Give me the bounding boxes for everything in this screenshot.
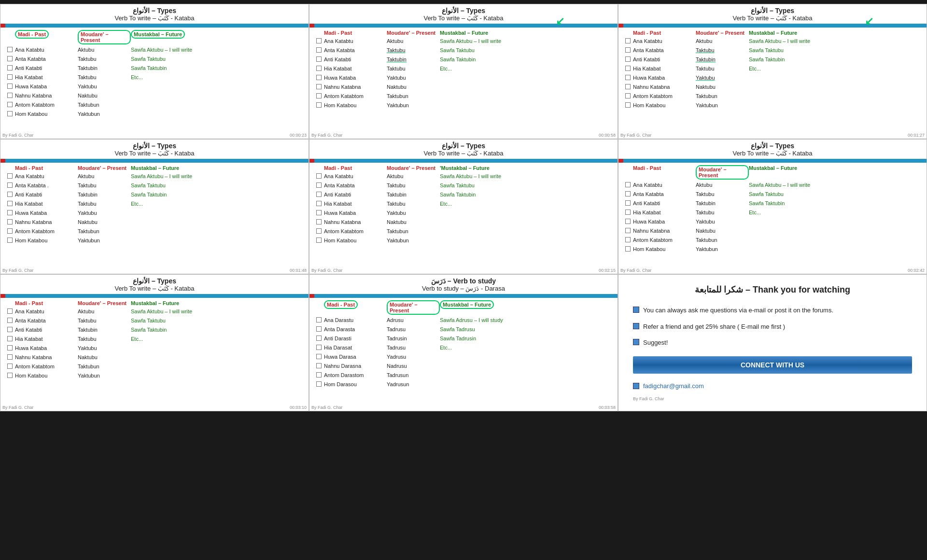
row-checkbox[interactable] — [316, 84, 322, 89]
row-checkbox[interactable] — [316, 219, 322, 224]
thank-you-title: شكرا للمتابعة – Thank you for watching — [633, 284, 912, 299]
row-checkbox[interactable] — [316, 381, 322, 387]
row-checkbox[interactable] — [7, 364, 13, 369]
row-checkbox[interactable] — [316, 201, 322, 206]
row-checkbox[interactable] — [625, 191, 631, 196]
row-checkbox[interactable] — [7, 201, 13, 206]
panel-title-p8: دَرَسَ – Verb to study — [311, 277, 616, 285]
row-checkbox[interactable] — [7, 336, 13, 341]
row-checkbox[interactable] — [316, 372, 322, 378]
row-checkbox[interactable] — [7, 238, 13, 243]
row-checkbox[interactable] — [7, 182, 13, 188]
row-checkbox[interactable] — [7, 192, 13, 197]
panel-footer: By Fadi G. Char — [311, 405, 343, 410]
row-checkbox[interactable] — [316, 75, 322, 80]
table-row: Ana KatabtuAktubuSawfa Aktubu – I will w… — [7, 45, 307, 54]
row-checkbox[interactable] — [316, 182, 322, 188]
panel-p1: الأنواع – TypesVerb To write – كَتَبَ - … — [0, 4, 309, 139]
panel-p8: دَرَسَ – Verb to studyVerb to study – دَ… — [309, 274, 618, 411]
cell-5-1: Naktubu — [78, 219, 131, 225]
row-checkbox[interactable] — [316, 326, 322, 332]
row-checkbox[interactable] — [7, 228, 13, 234]
table-row: Anta KatabtaTaktubuSawfa Taktubu — [316, 181, 616, 190]
row-checkbox[interactable] — [625, 237, 631, 242]
row-checkbox[interactable] — [7, 210, 13, 215]
row-checkbox[interactable] — [316, 336, 322, 341]
cell-2-2: Sawfa Taktubin — [131, 65, 307, 71]
row-checkbox[interactable] — [7, 93, 13, 98]
row-checkbox[interactable] — [7, 308, 13, 314]
connect-with-us-button[interactable]: CONNECT WITH US — [633, 356, 912, 374]
cell-1-1: Tadrusu — [387, 326, 440, 332]
col-header-0: Madi - Past — [15, 30, 78, 44]
row-checkbox[interactable] — [625, 182, 631, 187]
row-checkbox[interactable] — [625, 219, 631, 224]
row-checkbox[interactable] — [316, 354, 322, 359]
row-checkbox[interactable] — [316, 210, 322, 215]
row-checkbox[interactable] — [316, 317, 322, 322]
cell-5-1: Naktubu — [78, 354, 131, 360]
cell-5-0: Nahnu Darasna — [324, 363, 387, 369]
row-checkbox[interactable] — [316, 192, 322, 197]
email-checkbox[interactable] — [633, 383, 639, 389]
table-row: Antom KatabtomTaktubun — [625, 235, 925, 244]
row-checkbox[interactable] — [7, 84, 13, 89]
row-checkbox[interactable] — [316, 363, 322, 368]
cell-0-1: Aktubu — [78, 308, 131, 314]
row-checkbox[interactable] — [316, 47, 322, 53]
row-checkbox[interactable] — [316, 228, 322, 234]
panel-timestamp: 00:01:48 — [290, 268, 307, 273]
row-checkbox[interactable] — [625, 38, 631, 43]
item-checkbox[interactable] — [633, 339, 639, 345]
row-checkbox[interactable] — [625, 102, 631, 108]
cell-0-0: Ana Katabtu — [633, 38, 696, 44]
row-checkbox[interactable] — [625, 93, 631, 98]
cell-3-1: Taktubu — [387, 66, 440, 71]
row-checkbox[interactable] — [625, 84, 631, 89]
table-row: Anta Katabta .TaktubuSawfa Taktubu — [7, 181, 307, 190]
row-checkbox[interactable] — [316, 93, 322, 98]
row-checkbox[interactable] — [625, 56, 631, 62]
cell-5-1: Nadrusu — [387, 363, 440, 369]
table-row: Hom KatabouYaktubun — [316, 236, 616, 245]
item-checkbox[interactable] — [633, 307, 639, 313]
cell-1-2: Sawfa Taktubu — [440, 47, 616, 53]
row-checkbox[interactable] — [7, 373, 13, 378]
row-checkbox[interactable] — [7, 56, 13, 61]
file-info-bar — [0, 0, 927, 4]
row-checkbox[interactable] — [316, 173, 322, 179]
item-checkbox[interactable] — [633, 323, 639, 329]
cell-2-0: Anti Katabti — [324, 192, 387, 197]
row-checkbox[interactable] — [316, 345, 322, 350]
row-checkbox[interactable] — [625, 75, 631, 80]
main-grid: الأنواع – TypesVerb To write – كَتَبَ - … — [0, 4, 927, 411]
row-checkbox[interactable] — [7, 74, 13, 80]
row-checkbox[interactable] — [625, 246, 631, 252]
row-checkbox[interactable] — [625, 210, 631, 215]
row-checkbox[interactable] — [7, 219, 13, 224]
row-checkbox[interactable] — [625, 66, 631, 71]
cell-2-2: Sawfa Taktubin — [440, 192, 616, 197]
row-checkbox[interactable] — [7, 102, 13, 107]
cell-5-0: Nahnu Katabna — [15, 354, 78, 360]
table-row: Antom KatabtomTaktubun — [316, 91, 616, 100]
row-checkbox[interactable] — [316, 102, 322, 108]
panel-p6: الأنواع – TypesVerb To write – كَتَبَ - … — [618, 139, 927, 274]
row-checkbox[interactable] — [7, 318, 13, 323]
row-checkbox[interactable] — [625, 47, 631, 53]
row-checkbox[interactable] — [625, 228, 631, 233]
row-checkbox[interactable] — [316, 66, 322, 71]
table-row: Anti KatabtiTaktubinSawfa Taktubin — [7, 325, 307, 334]
row-checkbox[interactable] — [316, 56, 322, 62]
row-checkbox[interactable] — [7, 354, 13, 360]
row-checkbox[interactable] — [7, 65, 13, 70]
row-checkbox[interactable] — [7, 345, 13, 350]
cell-2-2: Sawfa Taktubin — [749, 200, 925, 206]
row-checkbox[interactable] — [7, 327, 13, 332]
row-checkbox[interactable] — [625, 200, 631, 206]
row-checkbox[interactable] — [316, 38, 322, 43]
row-checkbox[interactable] — [7, 173, 13, 179]
row-checkbox[interactable] — [7, 111, 13, 116]
row-checkbox[interactable] — [316, 238, 322, 243]
row-checkbox[interactable] — [7, 47, 13, 52]
